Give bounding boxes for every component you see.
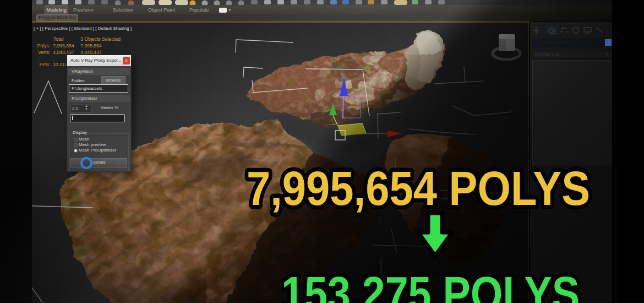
svg-text:7,995,654 POLYS: 7,995,654 POLYS [247, 161, 590, 215]
svg-text:153,275 POLYS: 153,275 POLYS [281, 266, 580, 303]
